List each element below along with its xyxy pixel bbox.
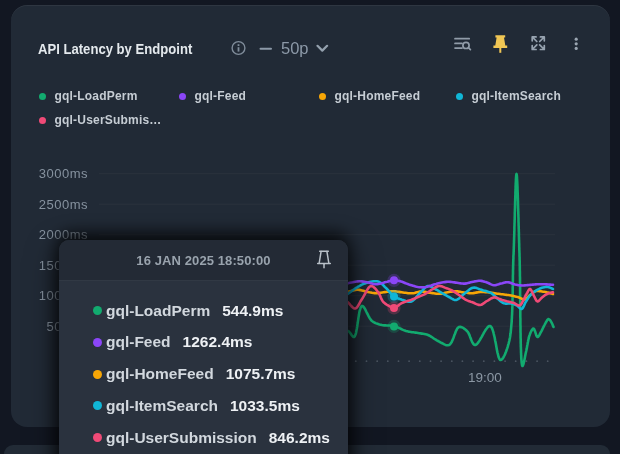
svg-text:3000ms: 3000ms: [39, 166, 88, 181]
svg-text:2500ms: 2500ms: [39, 197, 88, 212]
svg-text:19:00: 19:00: [468, 370, 502, 385]
